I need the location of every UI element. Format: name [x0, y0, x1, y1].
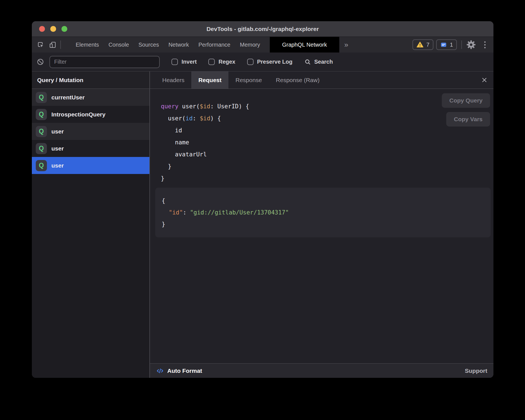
code-line: } — [161, 161, 493, 173]
message-count: 1 — [450, 42, 453, 48]
search-icon — [304, 58, 311, 66]
toolbar-tab-console[interactable]: Console — [104, 37, 133, 52]
sidebar-item-user-3[interactable]: Quser — [32, 140, 149, 157]
query-type-badge: Q — [36, 109, 47, 120]
checkbox-label-invert: Invert — [182, 59, 197, 65]
toolbar-tab-performance[interactable]: Performance — [194, 37, 235, 52]
query-type-badge: Q — [36, 143, 47, 154]
tab-graphql-network[interactable]: GraphQL Network — [270, 37, 339, 52]
device-toolbar-icon[interactable] — [49, 41, 56, 49]
settings-gear-icon[interactable] — [466, 40, 476, 49]
warnings-badge[interactable]: 7 — [412, 39, 433, 50]
code-line: name — [161, 137, 493, 149]
request-footer: Auto Format Support — [150, 363, 493, 378]
checkbox-preserve-log[interactable]: Preserve Log — [247, 59, 293, 65]
auto-format-label: Auto Format — [167, 367, 202, 374]
toolbar-right-group: 7 1 — [410, 39, 493, 50]
main-area: Query / Mutation QcurrentUserQIntrospect… — [32, 71, 493, 378]
traffic-lights — [39, 21, 67, 37]
checkbox-box-regex[interactable] — [208, 59, 215, 65]
sidebar-item-label: user — [51, 145, 64, 152]
checkbox-box-invert[interactable] — [171, 59, 178, 65]
checkbox-box-preserve-log[interactable] — [247, 59, 254, 65]
code-line: "id": "gid://gitlab/User/13704317" — [162, 207, 484, 218]
copy-query-button[interactable]: Copy Query — [442, 93, 490, 108]
sidebar-item-label: IntrospectionQuery — [51, 111, 106, 118]
warning-count: 7 — [426, 42, 429, 48]
sidebar-item-introspectionquery-1[interactable]: QIntrospectionQuery — [32, 106, 149, 123]
code-format-icon — [156, 367, 164, 375]
close-icon[interactable] — [481, 77, 488, 83]
toolbar-tab-elements[interactable]: Elements — [71, 37, 104, 52]
toolbar-separator — [461, 40, 462, 49]
query-type-badge: Q — [36, 126, 47, 137]
tab-response-raw[interactable]: Response (Raw) — [269, 71, 326, 89]
query-type-badge: Q — [36, 92, 47, 103]
toolbar-tabs: ElementsConsoleSourcesNetworkPerformance… — [65, 37, 265, 52]
checkbox-label-regex: Regex — [218, 59, 235, 65]
filter-bar: InvertRegexPreserve Log Search — [32, 52, 493, 71]
toolbar-tab-memory[interactable]: Memory — [235, 37, 265, 52]
variables-card: { "id": "gid://gitlab/User/13704317"} — [155, 188, 491, 237]
toolbar-tab-sources[interactable]: Sources — [134, 37, 164, 52]
sidebar-item-currentuser-0[interactable]: QcurrentUser — [32, 89, 149, 106]
window-title: DevTools - gitlab.com/-/graphql-explorer — [206, 26, 319, 32]
toolbar-separator — [60, 40, 61, 49]
query-sidebar: Query / Mutation QcurrentUserQIntrospect… — [32, 71, 150, 378]
checkbox-regex[interactable]: Regex — [208, 59, 235, 65]
more-options-icon[interactable] — [483, 40, 487, 49]
checkbox-invert[interactable]: Invert — [171, 59, 197, 65]
query-type-badge: Q — [36, 160, 47, 171]
clear-icon[interactable] — [37, 58, 44, 66]
sidebar-item-label: user — [51, 162, 64, 169]
title-bar: DevTools - gitlab.com/-/graphql-explorer — [32, 21, 493, 37]
tab-request[interactable]: Request — [191, 71, 228, 89]
toolbar-tab-network[interactable]: Network — [164, 37, 194, 52]
checkbox-label-preserve-log: Preserve Log — [257, 59, 293, 65]
code-line: avatarUrl — [161, 149, 493, 161]
sidebar-item-user-2[interactable]: Quser — [32, 123, 149, 140]
sidebar-item-label: user — [51, 128, 64, 135]
devtools-toolbar: ElementsConsoleSourcesNetworkPerformance… — [32, 37, 493, 52]
warning-icon — [416, 41, 424, 48]
variables-json-code: { "id": "gid://gitlab/User/13704317"} — [162, 195, 484, 230]
request-content: query user($id: UserID) { user(id: $id) … — [150, 89, 493, 363]
request-tabs: HeadersRequestResponseResponse (Raw) — [150, 71, 493, 89]
sidebar-list: QcurrentUserQIntrospectionQueryQuserQuse… — [32, 89, 149, 174]
filter-input[interactable] — [49, 56, 160, 68]
request-panel: HeadersRequestResponseResponse (Raw) que… — [150, 71, 493, 378]
close-window-button[interactable] — [39, 26, 45, 32]
issues-badge[interactable]: 1 — [436, 39, 457, 50]
inspect-element-icon[interactable] — [37, 41, 44, 49]
auto-format-button[interactable]: Auto Format — [156, 367, 202, 375]
sidebar-header: Query / Mutation — [32, 71, 149, 89]
filter-checkboxes: InvertRegexPreserve Log — [160, 59, 292, 65]
copy-buttons: Copy Query Copy Vars — [442, 93, 490, 127]
code-line: } — [161, 173, 493, 185]
copy-vars-button[interactable]: Copy Vars — [446, 112, 490, 127]
search-control[interactable]: Search — [304, 58, 333, 66]
devtools-window: DevTools - gitlab.com/-/graphql-explorer… — [32, 21, 493, 378]
more-tabs-chevron-icon[interactable]: » — [339, 40, 353, 49]
zoom-window-button[interactable] — [61, 26, 67, 32]
sidebar-item-user-4[interactable]: Quser — [32, 157, 149, 174]
sidebar-item-label: currentUser — [51, 94, 85, 101]
search-label: Search — [314, 59, 333, 65]
tab-headers[interactable]: Headers — [155, 71, 191, 89]
minimize-window-button[interactable] — [50, 26, 56, 32]
code-line: { — [162, 195, 484, 207]
message-icon — [440, 41, 447, 48]
code-line: } — [162, 218, 484, 230]
tab-response[interactable]: Response — [228, 71, 269, 89]
support-link[interactable]: Support — [465, 367, 487, 374]
